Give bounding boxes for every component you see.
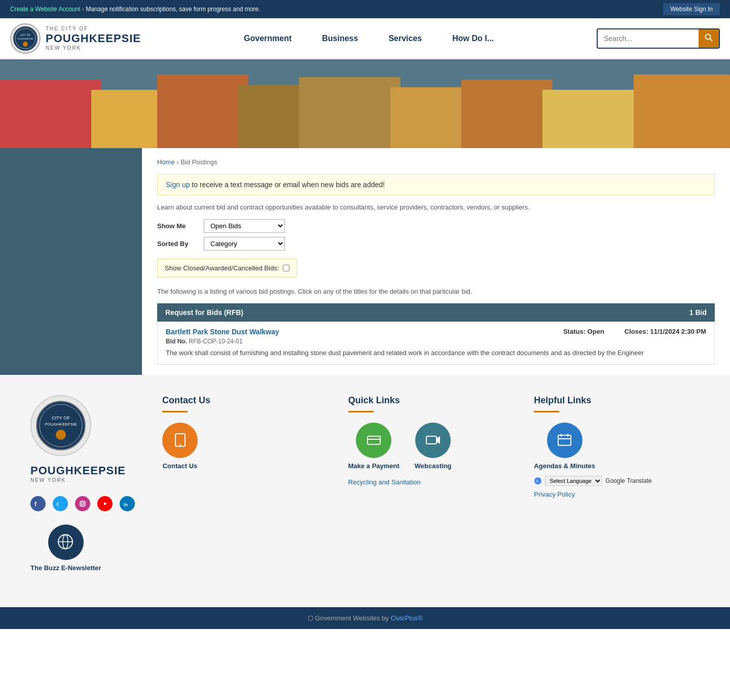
contact-us-item[interactable]: Contact Us <box>162 423 198 470</box>
svg-text:in: in <box>124 502 128 507</box>
filter-area: Show Me Open Bids Closed Bids All Bids S… <box>157 219 715 251</box>
bid-description: Learn about current bid and contract opp… <box>157 203 715 211</box>
linkedin-icon[interactable]: in <box>120 496 135 511</box>
status-label: Status: <box>563 328 586 335</box>
bottom-footer: ⬡ Government Websites by CivicPlus® <box>0 607 730 629</box>
quick-icon-row: Make a Payment Webcasting <box>348 423 514 470</box>
sign-up-link[interactable]: Sign up <box>166 181 190 189</box>
nav-business[interactable]: Business <box>307 29 373 48</box>
buzz-label: The Buzz E-Newsletter <box>30 564 101 572</box>
footer-helpful-col: Helpful Links Agendas & Minutes G Select… <box>534 395 700 572</box>
footer: CITY OF POUGHKEEPSIE POUGHKEEPSIE NEW YO… <box>0 375 730 607</box>
show-me-row: Show Me Open Bids Closed Bids All Bids <box>157 219 715 233</box>
civicplus-link[interactable]: CivicPlus® <box>390 614 422 622</box>
city-name-label: POUGHKEEPSIE <box>46 32 141 45</box>
nav-howdo[interactable]: How Do I... <box>437 29 509 48</box>
social-icons: f t in <box>30 496 135 511</box>
closed-bids-label: Show Closed/Awarded/Cancelled Bids: <box>165 264 279 272</box>
youtube-icon[interactable] <box>97 496 113 511</box>
closes-label: Closes: <box>625 328 648 335</box>
svg-text:t: t <box>57 502 59 507</box>
privacy-link[interactable]: Privacy Policy <box>534 491 575 498</box>
contact-us-title: Contact Us <box>162 395 328 406</box>
city-state-label: NEW YORK <box>46 45 141 51</box>
bid-section: Request for Bids (RFB) 1 Bid Bartlett Pa… <box>157 303 715 365</box>
newsletter-icon <box>48 524 84 560</box>
show-me-label: Show Me <box>157 222 198 230</box>
search-button[interactable] <box>699 29 719 48</box>
closed-bids-checkbox[interactable] <box>283 265 289 271</box>
instagram-icon[interactable] <box>75 496 90 511</box>
svg-rect-25 <box>426 436 436 444</box>
bottom-footer-text: Government Websites by <box>315 614 390 622</box>
sidebar <box>0 148 142 375</box>
footer-contact-col: Contact Us Contact Us <box>162 395 328 572</box>
svg-point-15 <box>82 502 84 505</box>
svg-marker-16 <box>104 502 107 505</box>
breadcrumb-current: Bid Postings <box>180 158 217 166</box>
translate-area: G Select Language Google Translate <box>534 476 700 486</box>
logo-area: CITY OF POUGHKEEPSIE THE CITY OF POUGHKE… <box>10 23 141 54</box>
twitter-icon[interactable]: t <box>53 496 68 511</box>
svg-rect-27 <box>558 435 571 445</box>
sorted-by-select[interactable]: Category Closing Date Title <box>204 237 285 251</box>
agendas-item[interactable]: Agendas & Minutes <box>534 423 595 470</box>
footer-grid: CITY OF POUGHKEEPSIE POUGHKEEPSIE NEW YO… <box>30 395 700 572</box>
city-of-label: THE CITY OF <box>46 26 141 32</box>
bid-section-title: Request for Bids (RFB) <box>165 308 243 317</box>
quick-links-underline <box>348 411 374 412</box>
top-bar-text: - Manage notification subscriptions, sav… <box>81 6 261 13</box>
facebook-icon[interactable]: f <box>30 496 46 511</box>
footer-logo-col: CITY OF POUGHKEEPSIE POUGHKEEPSIE NEW YO… <box>30 395 142 572</box>
bid-section-count: 1 Bid <box>689 308 707 317</box>
svg-marker-26 <box>436 436 440 444</box>
google-icon: G <box>534 477 542 485</box>
contact-icon-row: Contact Us <box>162 423 328 470</box>
bid-no-value: RFB-COP-10-24-01 <box>189 338 242 345</box>
breadcrumb-home[interactable]: Home <box>157 158 175 166</box>
notification-text: to receive a text message or email when … <box>190 181 384 189</box>
svg-text:CITY OF: CITY OF <box>52 415 70 421</box>
webcasting-label: Webcasting <box>415 462 452 470</box>
buzz-newsletter-item[interactable]: The Buzz E-Newsletter <box>30 524 101 572</box>
svg-text:CITY OF: CITY OF <box>20 33 30 37</box>
bid-status: Status: Open <box>563 328 604 335</box>
quick-links-list: Recycling and Sanitation <box>348 478 514 486</box>
main-nav: Government Business Services How Do I... <box>141 29 597 48</box>
agendas-label: Agendas & Minutes <box>534 462 595 470</box>
quick-link-recycling: Recycling and Sanitation <box>348 478 514 486</box>
bid-section-header: Request for Bids (RFB) 1 Bid <box>157 303 715 322</box>
city-seal: CITY OF POUGHKEEPSIE <box>10 23 41 54</box>
content-area: Home › Bid Postings Sign up to receive a… <box>142 148 730 375</box>
recycling-link[interactable]: Recycling and Sanitation <box>348 478 421 486</box>
top-bar-left: Create a Website Account - Manage notifi… <box>10 6 260 13</box>
svg-rect-14 <box>80 501 85 506</box>
svg-point-5 <box>706 34 711 40</box>
bid-meta: Status: Open Closes: 11/1/2024 2:30 PM <box>563 328 706 335</box>
nav-services[interactable]: Services <box>373 29 437 48</box>
bid-closes: Closes: 11/1/2024 2:30 PM <box>625 328 706 335</box>
contact-us-underline <box>162 411 188 412</box>
payment-icon <box>356 423 391 458</box>
search-input[interactable] <box>598 30 699 47</box>
closed-bids-box: Show Closed/Awarded/Cancelled Bids: <box>157 259 297 277</box>
sign-in-button[interactable]: Website Sign In <box>663 3 720 15</box>
create-account-link[interactable]: Create a Website Account <box>10 6 81 13</box>
payment-item[interactable]: Make a Payment <box>348 423 399 470</box>
svg-rect-23 <box>368 436 380 444</box>
bid-title: Bartlett Park Stone Dust Walkway <box>166 328 279 336</box>
video-icon <box>415 423 451 458</box>
show-me-select[interactable]: Open Bids Closed Bids All Bids <box>204 219 285 233</box>
bid-title-link[interactable]: Bartlett Park Stone Dust Walkway <box>166 328 279 336</box>
notification-box: Sign up to receive a text message or ema… <box>157 174 715 195</box>
bid-desc-text: The work shall consist of furnishing and… <box>166 348 706 358</box>
svg-point-4 <box>23 42 28 47</box>
translate-select[interactable]: Select Language <box>545 476 602 486</box>
helpful-links-list: Privacy Policy <box>534 490 700 498</box>
bid-no-label: Bid No. <box>166 338 187 345</box>
nav-government[interactable]: Government <box>229 29 307 48</box>
webcasting-item[interactable]: Webcasting <box>415 423 452 470</box>
helpful-links-underline <box>534 411 559 412</box>
footer-city-state: NEW YORK <box>30 477 126 483</box>
contact-label: Contact Us <box>163 462 198 470</box>
